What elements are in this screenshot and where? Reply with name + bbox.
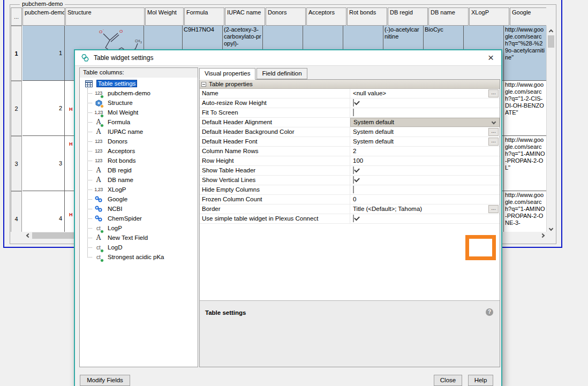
column-header-xlogp[interactable]: XLogP [469,7,509,26]
tree-item-db-name[interactable]: ADB name [81,175,197,185]
tree-item-mol-weight[interactable]: 1,23Mol Weight [81,108,197,117]
tree-item-ncbi[interactable]: NCBI [81,204,197,214]
row-header[interactable]: 4 [11,191,22,232]
tree-item-acceptors[interactable]: 123Acceptors [81,146,197,156]
dialog-titlebar[interactable]: Table widget settings × [75,50,501,66]
cell-id[interactable]: 1 [22,26,65,81]
tree-item-google[interactable]: Google [81,194,197,204]
column-header-db_regid[interactable]: DB regid [388,7,428,26]
scroll-right-icon[interactable] [538,232,546,239]
checkbox-checked[interactable] [353,176,354,184]
column-header-structure[interactable]: Structure [65,7,145,26]
tree-item-label: New Text Field [106,234,149,241]
ellipsis-button[interactable]: ... [488,138,499,146]
ellipsis-button[interactable]: ... [488,205,499,213]
row-header[interactable]: 2 [11,81,22,136]
vertical-scroll-thumb[interactable] [548,35,554,48]
column-header-donors[interactable]: Donors [266,7,306,26]
category-row-table-properties[interactable]: Table properties [200,80,500,89]
chemical-terms-field-icon: ct [93,253,104,261]
tab-visual-properties[interactable]: Visual properties [199,68,255,80]
tree-item-strongest-acidic-pka[interactable]: ctStrongest acidic pKa [81,252,197,262]
scroll-left-icon[interactable] [22,232,31,239]
property-value[interactable] [350,108,500,117]
checkbox-checked[interactable] [353,99,354,107]
integer-field-icon: 123 [93,147,104,155]
property-value[interactable]: 100 [350,156,500,165]
property-label: Frozen Column Count [200,195,350,204]
property-value[interactable] [350,99,500,108]
property-value[interactable]: 0 [350,195,500,204]
property-value[interactable]: System default... [350,137,500,146]
row-header[interactable]: 3 [11,136,22,191]
tree-item-new-text-field[interactable]: ANew Text Field [81,233,197,243]
tree-panel-label: Table columns: [80,68,198,78]
tree-item-logd[interactable]: ctLogD [81,243,197,252]
property-label: Default Header Background Color [200,127,350,137]
ellipsis-button[interactable]: ... [488,89,499,97]
dialog-tabs: Visual propertiesField definition [199,68,308,80]
scroll-down-icon[interactable] [547,223,555,232]
cell-id[interactable]: 2 [22,81,65,136]
property-value[interactable]: <null value>... [350,89,500,98]
column-chooser-button[interactable]: ... [11,7,22,26]
column-header-mol_weight[interactable]: Mol Weight [145,7,184,26]
tree-item-label: pubchem-demo [106,89,152,97]
ellipsis-button[interactable]: ... [488,128,499,136]
property-value[interactable] [350,176,500,185]
modify-fields-button[interactable]: Modify Fields [80,375,130,386]
tree-item-donors[interactable]: 123Donors [81,137,197,146]
column-header-formula[interactable]: Formula [184,7,224,26]
tree-item-chemspider[interactable]: ChemSpider [81,214,197,223]
property-value[interactable]: Title (<Default>; Tahoma)... [350,205,500,214]
tree-item-iupac-name[interactable]: AIUPAC name [81,127,197,137]
property-value[interactable]: System default... [350,127,500,137]
svg-text:CH: CH [135,39,140,43]
help-button[interactable]: Help [468,375,493,386]
column-header-id[interactable]: pubchem-demo [22,7,65,26]
chevron-down-icon[interactable] [492,120,496,124]
tree-item-rot-bonds[interactable]: 123Rot bonds [81,156,197,165]
column-header-acceptors[interactable]: Acceptors [306,7,346,26]
property-row-border: BorderTitle (<Default>; Tahoma)... [200,205,500,214]
tree-item-structure[interactable]: Structure [81,98,197,108]
row-header[interactable]: 1 [11,26,22,81]
svg-text:O: O [99,29,102,34]
cell-google[interactable]: http://www.google.com/search?q="%28-%29o… [504,26,546,81]
tree-item-logp[interactable]: ctLogP [81,223,197,233]
checkbox-unchecked[interactable] [353,109,354,116]
column-header-iupac[interactable]: IUPAC name [225,7,265,26]
tab-field-definition[interactable]: Field definition [257,68,307,79]
tree-item-db-regid[interactable]: ADB regid [81,165,197,175]
cell-id[interactable]: 4 [22,191,65,232]
column-header-rot_bonds[interactable]: Rot bonds [347,7,387,26]
tree-item-table-settings[interactable]: Table settings [81,79,197,88]
tree-item-pubchem-demo[interactable]: 123pubchem-demo [81,88,197,98]
property-value[interactable] [350,185,500,194]
tree-item-formula[interactable]: AFormula [81,117,197,127]
cell-id[interactable]: 3 [22,136,65,191]
scroll-up-icon[interactable] [547,26,555,34]
column-header-google[interactable]: Google [510,7,546,26]
property-value[interactable] [350,214,500,223]
close-button[interactable]: Close [434,375,462,386]
tree-item-label: DB regid [106,166,133,174]
checkbox-unchecked[interactable] [353,186,354,193]
close-icon[interactable]: × [486,54,496,62]
property-value[interactable]: 2 [350,147,500,156]
cell-google[interactable]: http://www.google.com/search?q="1-AMINO-… [504,136,546,191]
cell-google[interactable]: http://www.google.com/search?q="1-AMINO-… [504,191,546,232]
tree-item-xlogp[interactable]: 1,23XLogP [81,185,197,194]
property-value[interactable]: System default [350,118,500,127]
tree-item-label: ChemSpider [106,215,144,222]
checkbox-checked[interactable] [353,166,354,174]
checkbox-checked[interactable] [353,215,354,222]
collapse-icon[interactable] [201,82,206,87]
table-vertical-scrollbar[interactable] [546,26,555,232]
cell-google[interactable]: http://www.google.com/search?q="1-2-CIS-… [504,81,546,136]
help-icon[interactable]: ? [486,308,493,316]
column-header-db_name[interactable]: DB name [428,7,469,26]
property-value[interactable] [350,166,500,175]
highlight-annotation-box [465,235,496,260]
green-status-badge-icon [100,259,104,262]
